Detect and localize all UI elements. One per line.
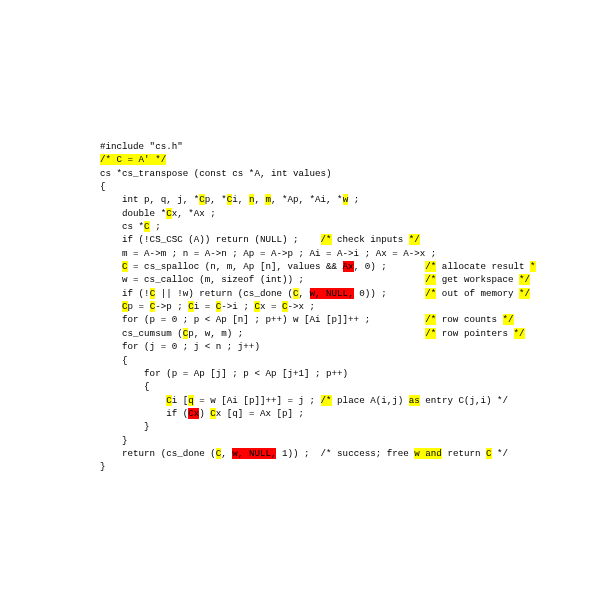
- code-text: cs_cumsum (: [100, 328, 183, 339]
- code-text: x, *Ax ;: [172, 208, 216, 219]
- highlight-yellow: /*: [425, 288, 436, 299]
- code-line: return (cs_done (C, w, NULL, 1)) ; /* su…: [100, 447, 600, 460]
- code-text: 0)) ;: [354, 288, 426, 299]
- code-line: for (p = 0 ; p < Ap [n] ; p++) w [Ai [p]…: [100, 313, 600, 326]
- code-text: i [: [172, 395, 189, 406]
- code-text: ;: [348, 194, 359, 205]
- code-text: w = cs_calloc (m, sizeof (int)) ;: [100, 274, 425, 285]
- code-text: cs *: [100, 221, 144, 232]
- code-text: x =: [260, 301, 282, 312]
- code-text: if (!: [100, 288, 150, 299]
- highlight-yellow: /*: [425, 261, 436, 272]
- code-text: [100, 261, 122, 272]
- highlight-red: w, NULL,: [232, 448, 276, 459]
- code-listing: #include "cs.h"/* C = A' */cs *cs_transp…: [0, 0, 600, 474]
- code-text: ->x ;: [288, 301, 316, 312]
- code-text: [100, 301, 122, 312]
- code-text: = cs_spalloc (n, m, Ap [n], values &&: [128, 261, 343, 272]
- code-text: out of memory: [436, 288, 519, 299]
- code-line: if (Cx) Cx [q] = Ax [p] ;: [100, 407, 600, 420]
- code-text: if (!CS_CSC (A)) return (NULL) ;: [100, 234, 321, 245]
- code-text: ,: [254, 194, 265, 205]
- highlight-yellow: as: [409, 395, 420, 406]
- code-text: p =: [128, 301, 150, 312]
- highlight-red: Cx: [188, 408, 199, 419]
- code-text: ,: [299, 288, 310, 299]
- code-text: ->i ;: [221, 301, 254, 312]
- code-line: double *Cx, *Ax ;: [100, 207, 600, 220]
- code-line: m = A->m ; n = A->n ; Ap = A->p ; Ai = A…: [100, 247, 600, 260]
- code-line: for (p = Ap [j] ; p < Ap [j+1] ; p++): [100, 367, 600, 380]
- code-line: C = cs_spalloc (n, m, Ap [n], values && …: [100, 260, 600, 273]
- code-text: ;: [150, 221, 161, 232]
- code-text: get workspace: [436, 274, 519, 285]
- code-text: double *: [100, 208, 166, 219]
- code-line: cs *cs_transpose (const cs *A, int value…: [100, 167, 600, 180]
- code-text: return: [442, 448, 486, 459]
- code-line: if (!CS_CSC (A)) return (NULL) ; /* chec…: [100, 233, 600, 246]
- code-text: allocate result: [436, 261, 530, 272]
- code-text: check inputs: [332, 234, 409, 245]
- code-text: place A(i,j): [332, 395, 409, 406]
- code-text: x [q] = Ax [p] ;: [216, 408, 304, 419]
- code-line: w = cs_calloc (m, sizeof (int)) ; /* get…: [100, 273, 600, 286]
- highlight-yellow: */: [519, 288, 530, 299]
- highlight-yellow: /*: [321, 234, 332, 245]
- code-line: {: [100, 180, 600, 193]
- highlight-yellow: /*: [425, 274, 436, 285]
- code-text: i =: [194, 301, 216, 312]
- code-text: if (: [100, 408, 188, 419]
- code-line: Ci [q = w [Ai [p]]++] = j ; /* place A(i…: [100, 394, 600, 407]
- code-text: row counts: [436, 314, 502, 325]
- highlight-yellow: /*: [425, 328, 436, 339]
- code-text: , *Ap, *Ai, *: [271, 194, 343, 205]
- highlight-yellow: */: [519, 274, 530, 285]
- highlight-yellow: */: [514, 328, 525, 339]
- code-text: p, *: [205, 194, 227, 205]
- code-text: [100, 395, 166, 406]
- code-line: }: [100, 420, 600, 433]
- code-text: , 0) ;: [354, 261, 426, 272]
- code-text: entry C(j,i) */: [420, 395, 508, 406]
- code-text: ): [199, 408, 210, 419]
- code-text: ,: [221, 448, 232, 459]
- code-line: cs *C ;: [100, 220, 600, 233]
- code-text: for (p = 0 ; p < Ap [n] ; p++) w [Ai [p]…: [100, 314, 425, 325]
- code-line: {: [100, 354, 600, 367]
- code-line: for (j = 0 ; j < n ; j++): [100, 340, 600, 353]
- code-text: row pointers: [436, 328, 513, 339]
- code-text: int p, q, j, *: [100, 194, 199, 205]
- code-line: int p, q, j, *Cp, *Ci, n, m, *Ap, *Ai, *…: [100, 193, 600, 206]
- code-text: = w [Ai [p]]++] = j ;: [194, 395, 321, 406]
- code-line: cs_cumsum (Cp, w, m) ; /* row pointers *…: [100, 327, 600, 340]
- code-line: #include "cs.h": [100, 140, 600, 153]
- highlight-yellow: w and: [414, 448, 442, 459]
- code-text: return (cs_done (: [100, 448, 216, 459]
- highlight-yellow: /*: [425, 314, 436, 325]
- code-line: if (!C || !w) return (cs_done (C, w, NUL…: [100, 287, 600, 300]
- highlight-yellow: */: [409, 234, 420, 245]
- code-line: }: [100, 434, 600, 447]
- highlight-red: Ax: [343, 261, 354, 272]
- code-line: /* C = A' */: [100, 153, 600, 166]
- highlight-yellow: */: [503, 314, 514, 325]
- code-text: i,: [232, 194, 249, 205]
- code-line: {: [100, 380, 600, 393]
- code-text: 1)) ; /* success; free: [276, 448, 414, 459]
- code-text: */: [492, 448, 509, 459]
- code-text: p, w, m) ;: [188, 328, 425, 339]
- highlight-yellow: /* C = A' */: [100, 154, 166, 165]
- highlight-red: w, NULL,: [310, 288, 354, 299]
- code-text: || !w) return (cs_done (: [155, 288, 293, 299]
- code-line: Cp = C->p ; Ci = C->i ; Cx = C->x ;: [100, 300, 600, 313]
- highlight-yellow: /*: [321, 395, 332, 406]
- code-text: ->p ;: [155, 301, 188, 312]
- highlight-yellow: *: [530, 261, 536, 272]
- code-line: }: [100, 460, 600, 473]
